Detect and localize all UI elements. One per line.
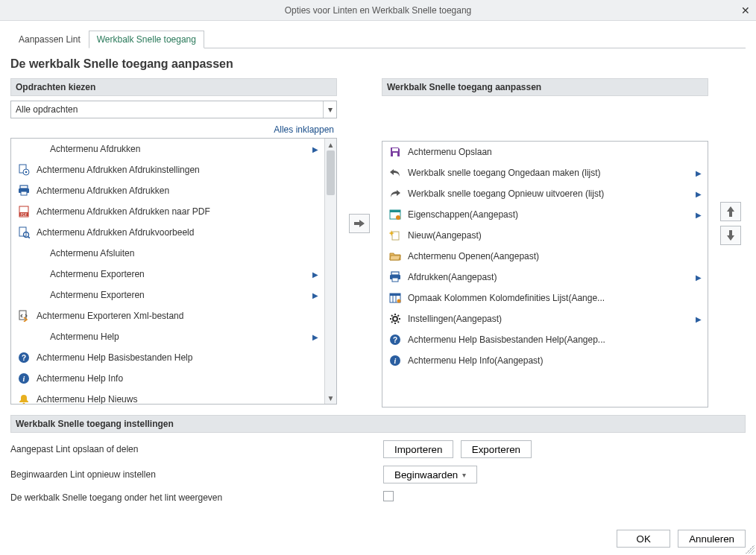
- move-down-button[interactable]: [720, 226, 741, 245]
- svg-rect-18: [392, 148, 398, 151]
- redo-icon: [388, 187, 402, 200]
- blank-icon: [31, 330, 44, 343]
- blank-icon: [31, 142, 44, 156]
- list-item-label: Achtermenu Help Info(Aangepast): [408, 355, 690, 366]
- list-item[interactable]: Achtermenu Afdrukken Afdrukken: [11, 180, 324, 201]
- list-item[interactable]: iAchtermenu Help Info: [11, 368, 324, 389]
- commands-listbox[interactable]: Achtermenu Afdrukken▶Achtermenu Afdrukke…: [10, 138, 337, 405]
- add-button[interactable]: [349, 214, 370, 233]
- list-item[interactable]: Eigenschappen(Aangepast)▶: [382, 204, 708, 225]
- printer-icon: [17, 184, 31, 197]
- close-button[interactable]: ✕: [738, 3, 753, 18]
- resize-grip[interactable]: [746, 545, 755, 554]
- svg-point-17: [23, 403, 25, 405]
- print-settings-icon: [17, 163, 31, 177]
- svg-rect-5: [21, 191, 27, 195]
- list-item-label: Nieuw(Aangepast): [408, 230, 690, 241]
- svg-line-40: [398, 315, 400, 317]
- export-xml-icon: [17, 309, 31, 323]
- list-item[interactable]: Achtermenu Help▶: [11, 326, 324, 347]
- list-item[interactable]: PDFAchtermenu Afdrukken Afdrukken naar P…: [11, 201, 324, 222]
- list-item-label: Achtermenu Help Nieuws: [37, 394, 306, 404]
- button-label: Beginwaarden: [394, 469, 458, 481]
- tab-quick-access-toolbar[interactable]: Werkbalk Snelle toegang: [89, 31, 204, 48]
- list-item[interactable]: Nieuw(Aangepast): [382, 225, 708, 246]
- import-button[interactable]: Importeren: [383, 440, 453, 458]
- cancel-button[interactable]: Annuleren: [678, 530, 746, 548]
- collapse-all-link[interactable]: Alles inklappen: [10, 123, 337, 138]
- svg-rect-28: [390, 294, 400, 296]
- svg-rect-24: [391, 272, 399, 275]
- export-button[interactable]: Exporteren: [461, 440, 532, 458]
- list-item-label: Afdrukken(Aangepast): [408, 272, 690, 282]
- open-icon: [388, 250, 402, 263]
- help-circle-icon: ?: [388, 333, 402, 346]
- tab-customize-ribbon[interactable]: Aanpassen Lint: [10, 31, 89, 48]
- info-circle-icon: i: [388, 354, 402, 367]
- list-item-label: Achtermenu Afsluiten: [50, 248, 306, 259]
- new-icon: [388, 229, 402, 242]
- transfer-column: [344, 78, 374, 369]
- list-item-label: Achtermenu Exporteren Xml-bestand: [37, 311, 306, 321]
- qat-listbox[interactable]: Achtermenu OpslaanWerkbalk snelle toegan…: [382, 141, 708, 407]
- list-item[interactable]: Achtermenu Afsluiten: [11, 243, 324, 264]
- list-item[interactable]: Werkbalk snelle toegang Opnieuw uitvoere…: [382, 183, 708, 204]
- list-item[interactable]: Achtermenu Afdrukken Afdrukvoorbeeld: [11, 222, 324, 243]
- svg-line-39: [391, 322, 393, 323]
- move-up-button[interactable]: [720, 202, 741, 221]
- list-item-label: Werkbalk snelle toegang Opnieuw uitvoere…: [408, 188, 690, 199]
- scroll-thumb[interactable]: [327, 150, 335, 195]
- list-item[interactable]: Achtermenu Exporteren▶: [11, 285, 324, 305]
- save-icon: [388, 145, 402, 159]
- scroll-up-icon[interactable]: ▲: [325, 139, 336, 150]
- list-item[interactable]: Achtermenu Exporteren▶: [11, 264, 324, 285]
- scroll-down-icon[interactable]: ▼: [325, 392, 336, 404]
- commands-combo[interactable]: Alle opdrachten ▾: [10, 101, 337, 118]
- help-circle-icon: ?: [17, 351, 31, 364]
- arrow-down-icon: [726, 230, 735, 241]
- expand-icon: ▶: [696, 211, 702, 219]
- tab-strip: Aanpassen Lint Werkbalk Snelle toegang: [10, 30, 746, 48]
- list-item[interactable]: Werkbalk snelle toegang Ongedaan maken (…: [382, 162, 708, 183]
- list-item[interactable]: Achtermenu Afdrukken▶: [11, 139, 324, 159]
- list-item[interactable]: Afdrukken(Aangepast)▶: [382, 267, 708, 288]
- list-item-label: Achtermenu Exporteren: [50, 269, 306, 279]
- list-item[interactable]: Achtermenu Opslaan: [382, 142, 708, 162]
- expand-icon: ▶: [312, 291, 318, 299]
- blank-icon: [31, 247, 44, 260]
- ok-button[interactable]: OK: [617, 530, 670, 548]
- expand-icon: ▶: [696, 169, 702, 177]
- list-item-label: Werkbalk snelle toegang Ongedaan maken (…: [408, 168, 690, 178]
- list-item[interactable]: Achtermenu Exporteren Xml-bestand: [11, 305, 324, 326]
- section-customize-qat: Werkbalk Snelle toegang aanpassen: [382, 78, 708, 96]
- list-item[interactable]: Opmaak Kolommen Kolomdefinities Lijst(Aa…: [382, 288, 708, 308]
- scrollbar[interactable]: ▲ ▼: [324, 139, 336, 404]
- show-below-label: De werkbalk Snelle toegang onder het lin…: [10, 492, 383, 503]
- list-item[interactable]: ?Achtermenu Help Basisbestanden Help(Aan…: [382, 329, 708, 350]
- blank-icon: [31, 267, 44, 281]
- close-icon: ✕: [741, 4, 750, 16]
- list-item[interactable]: Achtermenu Openen(Aangepast): [382, 246, 708, 267]
- scroll-track[interactable]: [325, 150, 336, 392]
- button-label: Annuleren: [689, 533, 734, 545]
- list-item-label: Opmaak Kolommen Kolomdefinities Lijst(Aa…: [408, 293, 690, 303]
- svg-text:i: i: [23, 375, 25, 383]
- svg-text:?: ?: [22, 354, 26, 362]
- svg-rect-19: [393, 153, 397, 156]
- list-item[interactable]: ?Achtermenu Help Basisbestanden Help: [11, 347, 324, 368]
- svg-text:?: ?: [393, 336, 397, 344]
- show-below-checkbox[interactable]: [383, 491, 394, 501]
- svg-point-22: [396, 215, 400, 220]
- list-item-label: Achtermenu Exporteren: [50, 290, 306, 300]
- list-item[interactable]: Achtermenu Afdrukken Afdrukinstellingen: [11, 159, 324, 180]
- list-item[interactable]: iAchtermenu Help Info(Aangepast): [382, 350, 708, 371]
- section-qat-settings: Werkbalk Snelle toegang instellingen: [10, 415, 746, 433]
- blank-icon: [31, 288, 44, 302]
- reset-defaults-button[interactable]: Beginwaarden: [383, 466, 477, 483]
- list-item[interactable]: Achtermenu Help Nieuws: [11, 389, 324, 404]
- list-item[interactable]: Instellingen(Aangepast)▶: [382, 308, 708, 329]
- page-title: De werkbalk Snelle toegang aanpassen: [10, 57, 746, 71]
- gear-icon: [388, 312, 402, 326]
- svg-point-2: [25, 171, 28, 174]
- button-label: OK: [637, 533, 651, 545]
